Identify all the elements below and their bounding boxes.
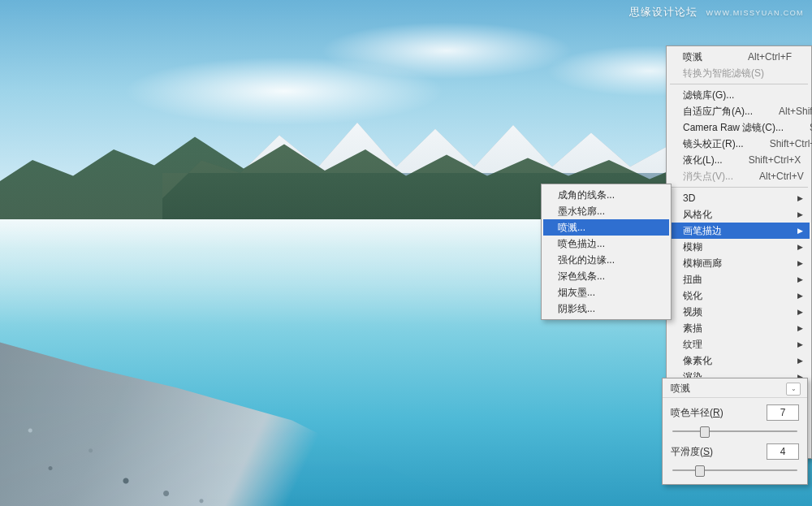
- menu-item[interactable]: 模糊画廊▶: [668, 255, 810, 271]
- menu-item-label: 锐化: [683, 289, 792, 303]
- menu-item[interactable]: 液化(L)...Shift+Ctrl+X: [668, 152, 810, 168]
- submenu-item-label: 强化的边缘...: [558, 253, 651, 267]
- menu-separator: [670, 84, 808, 84]
- menu-item[interactable]: 镜头校正(R)...Shift+Ctrl+R: [668, 136, 810, 152]
- menu-item[interactable]: 锐化▶: [668, 288, 810, 304]
- menu-item[interactable]: 纹理▶: [668, 336, 810, 352]
- param-label: 喷色半径(R): [671, 406, 767, 420]
- submenu-arrow-icon: ▶: [797, 210, 803, 218]
- slider-track: [672, 430, 797, 432]
- menu-item[interactable]: 扭曲▶: [668, 271, 810, 288]
- menu-item-label: 液化(L)...: [683, 154, 723, 167]
- menu-item-shortcut: Shift+Ctrl+R: [770, 138, 812, 149]
- menu-item-label: 模糊: [683, 240, 792, 254]
- submenu-item[interactable]: 阴影线...: [543, 301, 669, 317]
- menu-item-label: 镜头校正(R)...: [683, 137, 744, 151]
- param-value-input[interactable]: 7: [767, 404, 799, 421]
- submenu-item[interactable]: 墨水轮廓...: [543, 203, 669, 219]
- menu-item-label: 消失点(V)...: [683, 170, 733, 184]
- menu-item-label: 像素化: [683, 354, 792, 368]
- submenu-item[interactable]: 烟灰墨...: [543, 284, 669, 301]
- menu-item-label: 转换为智能滤镜(S): [683, 67, 792, 80]
- menu-item[interactable]: 风格化▶: [668, 206, 810, 223]
- menu-item[interactable]: 画笔描边▶: [668, 223, 810, 239]
- submenu-item[interactable]: 成角的线条...: [543, 187, 669, 203]
- submenu-arrow-icon: ▶: [797, 259, 803, 267]
- submenu-item[interactable]: 强化的边缘...: [543, 252, 669, 268]
- slider-track: [672, 469, 797, 471]
- submenu-arrow-icon: ▶: [797, 340, 803, 348]
- submenu-item-label: 墨水轮廓...: [558, 205, 651, 218]
- panel-title-row: 喷溅 ⌄: [663, 378, 807, 398]
- menu-item-label: 自适应广角(A)...: [683, 105, 753, 119]
- submenu-item[interactable]: 喷溅...: [543, 219, 669, 236]
- param-row: 平滑度(S)4: [663, 437, 807, 460]
- menu-item-shortcut: Alt+Ctrl+V: [759, 171, 804, 182]
- menu-item[interactable]: 3D▶: [668, 190, 810, 206]
- watermark: 思缘设计论坛 WWW.MISSYUAN.COM: [629, 5, 804, 19]
- param-row: 喷色半径(R)7: [663, 398, 807, 421]
- menu-item-label: 喷溅: [683, 50, 722, 64]
- menu-item[interactable]: Camera Raw 滤镜(C)...Shift+Ctrl+A: [668, 119, 810, 136]
- menu-item-label: Camera Raw 滤镜(C)...: [683, 121, 784, 135]
- submenu-item-label: 喷色描边...: [558, 237, 651, 251]
- submenu-arrow-icon: ▶: [797, 324, 803, 332]
- submenu-item-label: 成角的线条...: [558, 188, 651, 202]
- menu-item-label: 滤镜库(G)...: [683, 89, 792, 102]
- menu-item[interactable]: 模糊▶: [668, 239, 810, 255]
- submenu-item-label: 烟灰墨...: [558, 286, 651, 300]
- submenu-arrow-icon: ▶: [797, 357, 803, 365]
- submenu-arrow-icon: ▶: [797, 227, 803, 235]
- watermark-text: 思缘设计论坛: [629, 6, 698, 18]
- panel-dropdown-button[interactable]: ⌄: [786, 383, 801, 396]
- menu-item-label: 画笔描边: [683, 224, 792, 238]
- submenu-arrow-icon: ▶: [797, 308, 803, 316]
- submenu-arrow-icon: ▶: [797, 292, 803, 300]
- slider-thumb[interactable]: [695, 465, 705, 477]
- watermark-url: WWW.MISSYUAN.COM: [706, 9, 804, 17]
- menu-item-label: 模糊画廊: [683, 257, 792, 270]
- param-label: 平滑度(S): [671, 445, 767, 459]
- param-slider[interactable]: [672, 426, 797, 437]
- menu-separator: [670, 187, 808, 188]
- menu-item[interactable]: 滤镜库(G)...: [668, 87, 810, 103]
- menu-item-label: 扭曲: [683, 273, 792, 287]
- panel-title: 喷溅: [671, 382, 690, 396]
- submenu-item-label: 阴影线...: [558, 302, 651, 316]
- submenu-arrow-icon: ▶: [797, 275, 803, 283]
- menu-item-label: 3D: [683, 192, 792, 204]
- menu-item: 转换为智能滤镜(S): [668, 65, 810, 81]
- menu-item-label: 视频: [683, 305, 792, 319]
- menu-item: 消失点(V)...Alt+Ctrl+V: [668, 168, 810, 184]
- param-value-input[interactable]: 4: [767, 443, 799, 460]
- menu-item[interactable]: 自适应广角(A)...Alt+Shift+Ctrl+A: [668, 103, 810, 119]
- menu-item[interactable]: 喷溅Alt+Ctrl+F: [668, 49, 810, 65]
- menu-item-shortcut: Alt+Ctrl+F: [748, 51, 792, 63]
- submenu-arrow-icon: ▶: [797, 243, 803, 251]
- menu-item-label: 风格化: [683, 208, 792, 222]
- brush-strokes-submenu[interactable]: 成角的线条...墨水轮廓...喷溅...喷色描边...强化的边缘...深色线条.…: [541, 184, 672, 320]
- menu-item-shortcut: Shift+Ctrl+X: [749, 154, 801, 166]
- submenu-item[interactable]: 喷色描边...: [543, 236, 669, 252]
- submenu-arrow-icon: ▶: [797, 194, 803, 202]
- submenu-item-label: 喷溅...: [558, 221, 651, 235]
- menu-item[interactable]: 视频▶: [668, 304, 810, 320]
- menu-item[interactable]: 像素化▶: [668, 352, 810, 369]
- menu-item-shortcut: Alt+Shift+Ctrl+A: [779, 106, 812, 117]
- slider-thumb[interactable]: [700, 426, 710, 438]
- menu-item-label: 素描: [683, 322, 792, 335]
- submenu-item[interactable]: 深色线条...: [543, 268, 669, 284]
- menu-item-label: 纹理: [683, 338, 792, 352]
- spatter-properties-panel[interactable]: 喷溅 ⌄ 喷色半径(R)7平滑度(S)4: [662, 378, 808, 485]
- param-slider[interactable]: [672, 465, 797, 476]
- submenu-item-label: 深色线条...: [558, 270, 651, 283]
- menu-item[interactable]: 素描▶: [668, 320, 810, 336]
